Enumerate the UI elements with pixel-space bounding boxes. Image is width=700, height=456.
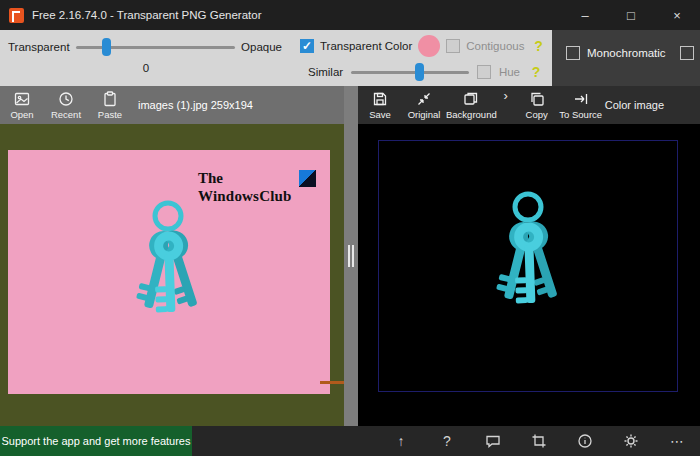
source-canvas[interactable]: The WindowsClub <box>0 124 344 426</box>
crop-button[interactable] <box>516 426 562 456</box>
more-button[interactable]: ⋯ <box>654 426 700 456</box>
file-info: images (1).jpg 259x194 <box>138 99 253 111</box>
similar-label: Similar <box>308 66 343 78</box>
main-area: Open Recent Paste <box>0 86 700 426</box>
clipboard-icon <box>102 91 118 107</box>
chat-bubble-icon <box>485 433 501 449</box>
splitter-handle <box>348 245 350 267</box>
image-icon <box>14 91 30 107</box>
hue-checkbox[interactable] <box>477 65 491 79</box>
result-toolbar: Save Original Back <box>358 86 700 124</box>
help-button-color[interactable]: ? <box>530 38 546 54</box>
paste-button-label: Paste <box>98 109 122 120</box>
save-button[interactable]: Save <box>358 86 402 124</box>
floppy-icon <box>372 91 388 107</box>
statusbar-spacer <box>192 426 378 456</box>
paste-button[interactable]: Paste <box>88 86 132 124</box>
resize-arrows-icon <box>416 91 432 107</box>
source-panel: Open Recent Paste <box>0 86 344 426</box>
hue-label: Hue <box>499 66 520 78</box>
transparency-section: Transparent Opaque 0 <box>0 30 292 86</box>
windowsclub-logo <box>299 170 316 187</box>
splitter[interactable] <box>344 86 358 426</box>
open-button-label: Open <box>10 109 33 120</box>
all-checkbox[interactable] <box>680 46 694 60</box>
transparency-slider-track[interactable] <box>76 46 235 49</box>
transparency-slider-thumb[interactable] <box>102 38 111 56</box>
similar-slider[interactable] <box>351 63 469 81</box>
open-button[interactable]: Open <box>0 86 44 124</box>
control-strip: Transparent Opaque 0 Transparent Color C… <box>0 30 700 86</box>
gear-icon <box>623 433 639 449</box>
original-button-label: Original <box>408 109 441 120</box>
upload-button[interactable]: ↑ <box>378 426 424 456</box>
watermark-line2: WindowsClub <box>198 188 316 205</box>
help-button[interactable]: ? <box>424 426 470 456</box>
arrow-to-source-icon <box>573 91 589 107</box>
original-button[interactable]: Original <box>402 86 446 124</box>
similar-slider-thumb[interactable] <box>415 63 424 81</box>
title-bar: Free 2.16.74.0 - Transparent PNG Generat… <box>0 0 700 30</box>
transparent-label: Transparent <box>8 41 70 53</box>
window-title: Free 2.16.74.0 - Transparent PNG Generat… <box>32 9 562 21</box>
transparent-color-label: Transparent Color <box>320 40 412 52</box>
feedback-button[interactable] <box>470 426 516 456</box>
monochromatic-checkbox[interactable] <box>566 46 580 60</box>
keys-graphic <box>108 190 228 360</box>
contiguous-label: Contiguous <box>466 40 524 52</box>
transparency-slider[interactable] <box>76 38 235 56</box>
to-source-button-label: To Source <box>559 109 602 120</box>
settings-button[interactable] <box>608 426 654 456</box>
watermark: The WindowsClub <box>198 170 316 205</box>
clock-icon <box>58 91 74 107</box>
source-image[interactable]: The WindowsClub <box>8 150 330 394</box>
app-icon <box>9 8 24 23</box>
color-section: Transparent Color Contiguous ? Similar H… <box>292 30 552 86</box>
help-button-similar[interactable]: ? <box>528 64 544 80</box>
splitter-handle <box>352 245 354 267</box>
source-toolbar: Open Recent Paste <box>0 86 344 124</box>
maximize-button[interactable]: □ <box>608 0 654 30</box>
keys-graphic-result <box>468 181 588 351</box>
watermark-line1: The <box>198 170 223 187</box>
to-source-button[interactable]: To Source <box>559 86 603 124</box>
background-button-label: Background <box>446 109 497 120</box>
background-button[interactable]: Background <box>446 86 497 124</box>
close-button[interactable]: × <box>654 0 700 30</box>
status-bar: Support the app and get more features ↑ … <box>0 426 700 456</box>
result-canvas <box>358 124 700 426</box>
contiguous-checkbox[interactable] <box>446 39 460 53</box>
picked-color-swatch[interactable] <box>418 35 440 57</box>
color-image-button[interactable]: Color image <box>605 99 664 111</box>
recent-button[interactable]: Recent <box>44 86 88 124</box>
result-panel: Save Original Back <box>358 86 700 426</box>
support-button[interactable]: Support the app and get more features <box>0 426 192 456</box>
minimize-button[interactable]: – <box>562 0 608 30</box>
result-image-frame <box>378 140 678 392</box>
transparency-value: 0 <box>0 62 292 74</box>
save-button-label: Save <box>369 109 391 120</box>
opaque-label: Opaque <box>241 41 282 53</box>
background-icon <box>463 91 479 107</box>
monochromatic-label: Monochromatic <box>587 47 666 59</box>
toolbar-overflow-button[interactable]: › <box>497 86 515 124</box>
info-button[interactable] <box>562 426 608 456</box>
copy-button-label: Copy <box>526 109 548 120</box>
copy-icon <box>529 91 545 107</box>
mode-section: Monochromatic Al <box>552 30 700 86</box>
similar-slider-track[interactable] <box>351 71 469 74</box>
app-window: Free 2.16.74.0 - Transparent PNG Generat… <box>0 0 700 456</box>
info-icon <box>577 433 593 449</box>
crop-icon <box>531 433 547 449</box>
copy-button[interactable]: Copy <box>515 86 559 124</box>
transparent-color-checkbox[interactable] <box>300 39 314 53</box>
recent-button-label: Recent <box>51 109 81 120</box>
